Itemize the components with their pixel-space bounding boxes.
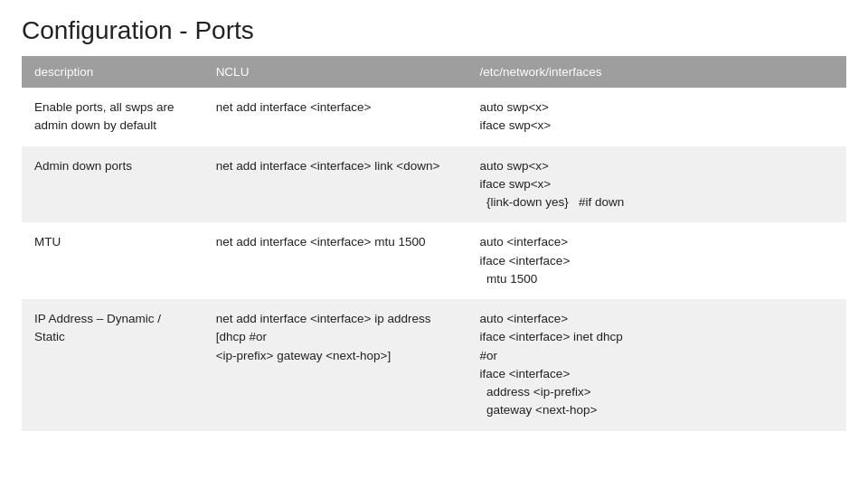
cell-etc-2: auto <interface> iface <interface> mtu 1… [467,222,846,299]
cell-etc-0: auto swp<x> iface swp<x> [467,88,846,146]
cell-nclu-3: net add interface <interface> ip address… [203,299,467,431]
header-etc: /etc/network/interfaces [467,56,846,88]
header-nclu: NCLU [203,56,467,88]
cell-nclu-1: net add interface <interface> link <down… [203,146,467,223]
table-row: IP Address – Dynamic / Staticnet add int… [22,299,846,431]
header-description: description [22,56,203,88]
cell-etc-1: auto swp<x> iface swp<x> {link-down yes}… [467,146,846,223]
config-ports-table: description NCLU /etc/network/interfaces… [22,56,846,431]
table-row: MTUnet add interface <interface> mtu 150… [22,222,846,299]
page-title: Configuration - Ports [0,0,868,56]
cell-nclu-0: net add interface <interface> [203,88,467,146]
cell-description-2: MTU [22,222,203,299]
cell-description-0: Enable ports, all swps are admin down by… [22,88,203,146]
cell-description-3: IP Address – Dynamic / Static [22,299,203,431]
cell-description-1: Admin down ports [22,146,203,223]
cell-nclu-2: net add interface <interface> mtu 1500 [203,222,467,299]
cell-etc-3: auto <interface> iface <interface> inet … [467,299,846,431]
table-row: Enable ports, all swps are admin down by… [22,88,846,146]
table-row: Admin down portsnet add interface <inter… [22,146,846,223]
table-header-row: description NCLU /etc/network/interfaces [22,56,846,88]
